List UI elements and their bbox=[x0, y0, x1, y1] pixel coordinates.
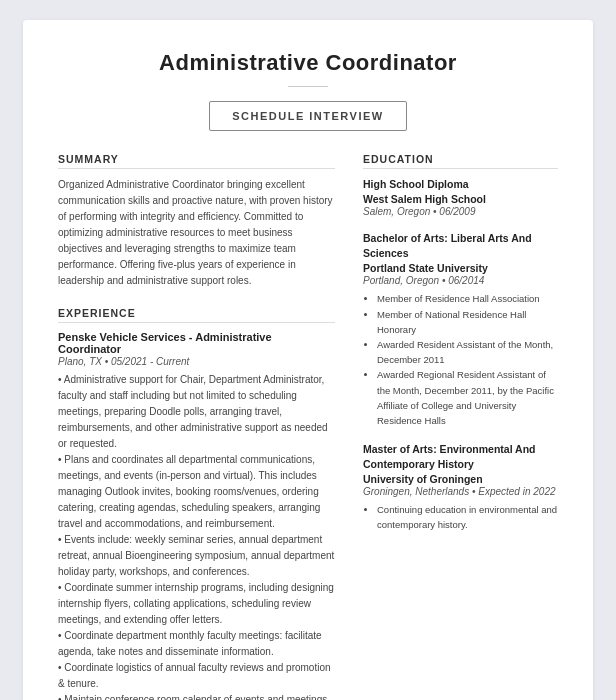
bullet-item: • Events include: weekly seminar series,… bbox=[58, 532, 335, 580]
bullet-item: • Coordinate logistics of annual faculty… bbox=[58, 660, 335, 692]
experience-heading: EXPERIENCE bbox=[58, 307, 335, 323]
right-column: EDUCATION High School DiplomaWest Salem … bbox=[363, 153, 558, 547]
bullet-item: • Coordinate summer internship programs,… bbox=[58, 580, 335, 628]
education-content: High School DiplomaWest Salem High Schoo… bbox=[363, 177, 558, 533]
edu-bullet-item: Member of National Residence Hall Honora… bbox=[377, 307, 558, 337]
edu-school: Portland State University bbox=[363, 261, 558, 276]
job-company: Penske Vehicle Services - Administrative… bbox=[58, 331, 335, 355]
resume-card: Administrative Coordinator SCHEDULE INTE… bbox=[23, 20, 593, 700]
left-column: SUMMARY Organized Administrative Coordin… bbox=[58, 153, 335, 700]
bullet-item: • Administrative support for Chair, Depa… bbox=[58, 372, 335, 452]
content-columns: SUMMARY Organized Administrative Coordin… bbox=[58, 153, 558, 700]
edu-bullet-item: Member of Residence Hall Association bbox=[377, 291, 558, 306]
page-title: Administrative Coordinator bbox=[58, 50, 558, 76]
edu-degree: Bachelor of Arts: Liberal Arts And Scien… bbox=[363, 231, 558, 260]
edu-meta: Salem, Oregon • 06/2009 bbox=[363, 206, 558, 217]
title-divider bbox=[288, 86, 328, 87]
edu-degree: Master of Arts: Environmental And Contem… bbox=[363, 442, 558, 471]
edu-block: High School DiplomaWest Salem High Schoo… bbox=[363, 177, 558, 217]
education-heading: EDUCATION bbox=[363, 153, 558, 169]
schedule-btn-wrap: SCHEDULE INTERVIEW bbox=[58, 101, 558, 131]
job-block: Penske Vehicle Services - Administrative… bbox=[58, 331, 335, 700]
edu-block: Master of Arts: Environmental And Contem… bbox=[363, 442, 558, 532]
bullet-item: • Maintain conference room calendar of e… bbox=[58, 692, 335, 700]
experience-section: EXPERIENCE Penske Vehicle Services - Adm… bbox=[58, 307, 335, 700]
summary-heading: SUMMARY bbox=[58, 153, 335, 169]
edu-degree: High School Diploma bbox=[363, 177, 558, 192]
bullet-item: • Coordinate department monthly faculty … bbox=[58, 628, 335, 660]
job-meta: Plano, TX • 05/2021 - Current bbox=[58, 356, 335, 367]
edu-school: West Salem High School bbox=[363, 192, 558, 207]
edu-bullet-item: Continuing education in environmental an… bbox=[377, 502, 558, 532]
edu-bullet-list: Continuing education in environmental an… bbox=[363, 502, 558, 532]
edu-bullet-list: Member of Residence Hall AssociationMemb… bbox=[363, 291, 558, 428]
edu-school: University of Groningen bbox=[363, 472, 558, 487]
edu-meta: Groningen, Netherlands • Expected in 202… bbox=[363, 486, 558, 497]
bullet-item: • Plans and coordinates all departmental… bbox=[58, 452, 335, 532]
schedule-interview-button[interactable]: SCHEDULE INTERVIEW bbox=[209, 101, 406, 131]
edu-bullet-item: Awarded Resident Assistant of the Month,… bbox=[377, 337, 558, 367]
edu-meta: Portland, Oregon • 06/2014 bbox=[363, 275, 558, 286]
edu-block: Bachelor of Arts: Liberal Arts And Scien… bbox=[363, 231, 558, 428]
edu-bullet-item: Awarded Regional Resident Assistant of t… bbox=[377, 367, 558, 428]
experience-content: Penske Vehicle Services - Administrative… bbox=[58, 331, 335, 700]
job-bullets: • Administrative support for Chair, Depa… bbox=[58, 372, 335, 700]
summary-section: SUMMARY Organized Administrative Coordin… bbox=[58, 153, 335, 289]
summary-text: Organized Administrative Coordinator bri… bbox=[58, 177, 335, 289]
